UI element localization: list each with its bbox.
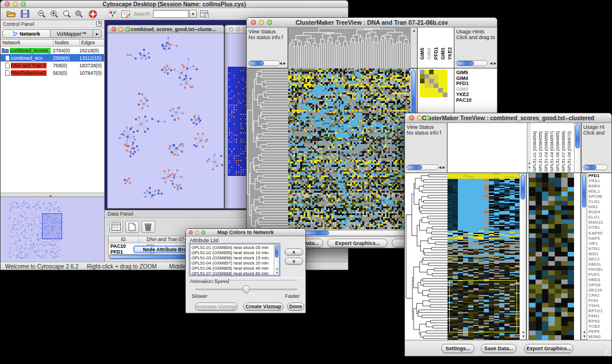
matrix-cell[interactable] xyxy=(420,93,424,97)
view-status-scrollbar[interactable] xyxy=(406,164,438,170)
matrix-cell[interactable] xyxy=(429,79,434,83)
gene-label[interactable]: YRA1 xyxy=(588,178,612,183)
tv1-titlebar[interactable]: ClusterMaker TreeView : DNA and Tran 07-… xyxy=(247,18,497,28)
network-frame-1[interactable]: combined_scores_good.txt--cluste... xyxy=(107,25,224,209)
matrix-cell[interactable] xyxy=(420,70,424,74)
matrix-cell[interactable] xyxy=(420,74,424,79)
overview-thumbnail-canvas[interactable] xyxy=(1,197,104,260)
open-file-icon[interactable] xyxy=(6,10,16,18)
scroll-right-icon[interactable]: ▶ xyxy=(494,62,496,65)
settings-button[interactable]: Settings... xyxy=(441,344,475,353)
attribute-item[interactable]: GPL51-03 (GSM856) heat shock 15 min xyxy=(192,255,279,260)
zoom-button[interactable] xyxy=(267,20,272,25)
minimize-button[interactable] xyxy=(195,231,199,235)
attribute-browser-icon[interactable] xyxy=(200,10,209,18)
gene-label[interactable]: PAC10 xyxy=(456,98,498,104)
scroll-up-icon[interactable]: ▲ xyxy=(276,267,278,270)
attribute-item[interactable]: GPL51-01 (GSM854) heat shock 05 min xyxy=(192,245,279,250)
tab-vizmapper[interactable]: VizMapper™ xyxy=(51,29,93,38)
matrix-cell[interactable] xyxy=(424,74,429,79)
matrix-cell[interactable] xyxy=(434,74,438,79)
scroll-down-icon[interactable]: ▼ xyxy=(276,271,278,274)
tv2-row-dendrogram[interactable] xyxy=(405,173,447,340)
network-overview-panel[interactable] xyxy=(1,197,104,262)
gene-label[interactable]: ELG1 xyxy=(588,214,612,220)
scroll-up-icon[interactable]: ▲ xyxy=(583,330,586,334)
gene-label[interactable]: RPO21 xyxy=(588,308,612,313)
matrix-cell[interactable] xyxy=(424,79,429,83)
new-attribute-icon[interactable] xyxy=(125,221,139,233)
gene-label[interactable]: KAP95 xyxy=(588,231,612,236)
column-label[interactable]: GPL51-02 (GSM855) xyxy=(538,131,543,172)
column-label[interactable]: GPL51-07 (GSM868) xyxy=(561,131,566,172)
matrix-cell[interactable] xyxy=(438,79,443,83)
network-list-item[interactable]: DNA and Tran 07769(0)183728(0) xyxy=(1,62,104,69)
col-header-edges[interactable]: Edges xyxy=(80,40,104,46)
close-button[interactable] xyxy=(5,2,10,7)
matrix-cell[interactable] xyxy=(420,79,424,83)
gene-label[interactable]: PAN1 xyxy=(588,313,612,319)
move-up-button[interactable]: ∧ xyxy=(285,248,303,255)
network-list-item[interactable]: RNAPuberNov2+563(0)107847(0) xyxy=(1,69,104,76)
matrix-cell[interactable] xyxy=(443,93,447,97)
matrix-cell[interactable] xyxy=(434,83,438,88)
column-label[interactable]: GIM5 xyxy=(419,48,425,60)
network-list-item[interactable]: combined_scores_2764(0)16218(0) xyxy=(1,47,104,54)
gene-label[interactable]: FIG4 xyxy=(588,298,612,303)
scroll-up-icon[interactable]: ▲ xyxy=(522,330,525,334)
export-graphics-button[interactable]: Export Graphics... xyxy=(524,344,573,353)
matrix-cell[interactable] xyxy=(424,88,429,93)
matrix-cell[interactable] xyxy=(438,83,443,88)
zoom-button[interactable] xyxy=(201,231,205,235)
col-header-nodes[interactable]: Nodes xyxy=(53,40,80,46)
main-titlebar[interactable]: Cytoscape Desktop (Session Name: collins… xyxy=(1,1,348,8)
matrix-cell[interactable] xyxy=(429,88,434,93)
tv1-heatmap-hscrollbar[interactable] xyxy=(289,230,409,236)
matrix-cell[interactable] xyxy=(434,93,438,97)
zoom-out-icon[interactable] xyxy=(37,10,46,18)
gene-label[interactable]: SEC1 xyxy=(588,256,612,262)
zoom-selected-icon[interactable] xyxy=(63,10,71,18)
zoom-in-icon[interactable] xyxy=(50,10,59,18)
minimize-button[interactable] xyxy=(236,27,240,32)
column-label[interactable]: GPL51-01 (GSM854) xyxy=(532,131,537,172)
create-vizmap-button[interactable]: Create Vizmap xyxy=(243,302,284,311)
minimize-button[interactable] xyxy=(417,116,422,121)
matrix-cell[interactable] xyxy=(429,93,434,97)
gene-label[interactable]: PEP5 xyxy=(588,329,612,334)
scroll-left-icon[interactable]: ◀ xyxy=(279,62,282,65)
gene-label[interactable]: YSH1 xyxy=(588,303,612,308)
gene-label[interactable]: NIS1 xyxy=(588,204,612,209)
gene-label[interactable]: MSI1 xyxy=(588,251,612,256)
attribute-list[interactable]: GPL51-01 (GSM854) heat shock 05 minGPL51… xyxy=(190,244,280,275)
move-down-button[interactable]: ∨ xyxy=(285,258,303,265)
dialog-titlebar[interactable]: Map Colors to Network xyxy=(186,229,305,236)
matrix-cell[interactable] xyxy=(434,79,438,83)
animation-speed-slider-thumb[interactable] xyxy=(243,285,250,293)
matrix-cell[interactable] xyxy=(434,70,438,74)
column-label[interactable]: GPL51-04 (GSM857) xyxy=(549,131,554,172)
gene-label[interactable]: SPC98 xyxy=(588,194,612,199)
tv2-column-tree-area[interactable] xyxy=(447,123,527,173)
gene-label[interactable]: PFD1 xyxy=(588,173,612,178)
gene-label[interactable]: RPN1 xyxy=(588,319,612,324)
column-label[interactable]: GIM4 xyxy=(426,48,432,60)
matrix-cell[interactable] xyxy=(424,83,429,88)
close-button[interactable] xyxy=(251,20,256,25)
column-label[interactable]: YKE2 xyxy=(447,47,453,60)
gene-label[interactable]: GPI16 xyxy=(588,282,612,288)
annotation-icon[interactable] xyxy=(121,10,130,18)
attribute-list-scrollbar[interactable]: ▲ ▼ xyxy=(274,244,279,275)
column-label[interactable]: PFD1 xyxy=(433,47,439,60)
tv1-row-dendrogram[interactable] xyxy=(247,68,288,236)
matrix-cell[interactable] xyxy=(424,93,429,97)
tv1-column-dendrogram[interactable] xyxy=(288,28,410,69)
gene-label[interactable]: MON2 xyxy=(588,334,612,339)
gene-label[interactable]: CLN1 xyxy=(588,199,612,204)
search-dropdown-arrow-icon[interactable]: ▼ xyxy=(189,10,197,18)
matrix-cell[interactable] xyxy=(434,88,438,93)
delete-attribute-icon[interactable] xyxy=(141,221,155,233)
scroll-left-icon[interactable]: ◀ xyxy=(438,166,441,169)
scroll-right-icon[interactable]: ▶ xyxy=(283,62,286,65)
search-input[interactable] xyxy=(153,10,189,18)
